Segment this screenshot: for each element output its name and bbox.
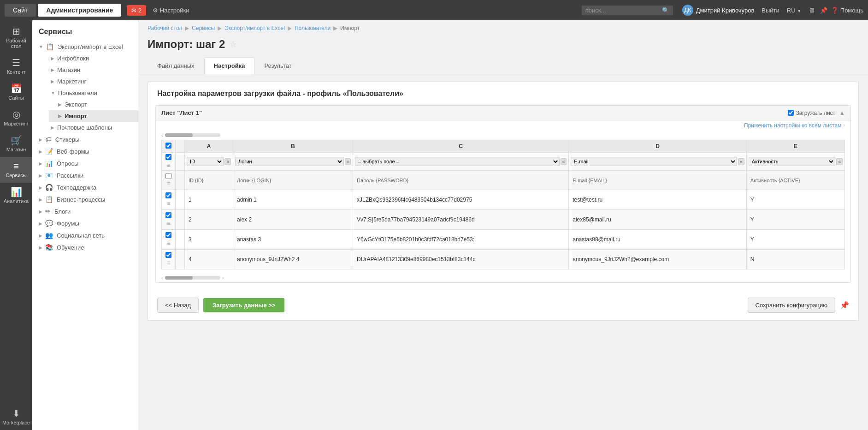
sidebar-item-surveys[interactable]: ▶ 📊 Опросы	[32, 157, 138, 169]
sidebar-item-shop2[interactable]: ▶ Магазин	[41, 64, 138, 76]
sidebar-item-learning[interactable]: ▶ 📚 Обучение	[32, 241, 138, 253]
col-c-select-cell: – выбрать поле – «	[353, 153, 569, 171]
col-d-btn[interactable]: «	[738, 158, 744, 165]
save-config-button[interactable]: Сохранить конфигурацию	[748, 298, 835, 313]
sidebar-item-blogs[interactable]: ▶ ✏ Блоги	[32, 205, 138, 217]
sidebar-item-desktop[interactable]: ⊞ Рабочий стол	[0, 22, 32, 54]
chevron-right-icon16: ▶	[39, 245, 42, 250]
row1-checkbox[interactable]	[165, 192, 171, 198]
content-box: Настройка параметров загрузки файла - пр…	[148, 82, 859, 321]
notifications-badge[interactable]: ✉ 2	[127, 5, 146, 16]
col-b-btn[interactable]: «	[345, 158, 351, 165]
col-c-btn[interactable]: «	[561, 158, 567, 165]
back-button[interactable]: << Назад	[157, 298, 199, 313]
all-cols-checkbox[interactable]	[165, 154, 171, 160]
logout-button[interactable]: Выйти	[762, 7, 779, 14]
chevron-right-icon3: ▶	[51, 79, 54, 84]
row3-drag: ≡	[166, 239, 170, 247]
breadcrumb: Рабочий стол ▶ Сервисы ▶ Экспорт/импорт …	[138, 20, 868, 36]
favorite-icon[interactable]: ☆	[230, 39, 237, 49]
sidebar-item-marketplace[interactable]: ⬇ Marketplace	[0, 404, 32, 430]
pin-icon[interactable]: 📌	[820, 7, 827, 14]
breadcrumb-users[interactable]: Пользователи	[295, 25, 331, 31]
bottom-scroll-thumb	[165, 276, 193, 280]
tab-settings[interactable]: Настройка	[204, 57, 255, 74]
row2-check-cell: ≡	[162, 210, 176, 230]
row4-checkbox[interactable]	[165, 252, 171, 258]
sidebar-item-import[interactable]: ▶ Импорт	[49, 110, 138, 122]
sidebar-item-marketing[interactable]: ◎ Маркетинг	[0, 105, 32, 131]
select-all-checkbox[interactable]	[165, 143, 171, 149]
sidebar-item-support[interactable]: ▶ 🎧 Техподдержка	[32, 181, 138, 193]
screen-icon[interactable]: 🖥	[809, 7, 815, 14]
bottom-scrollbar[interactable]: ‹ ›	[156, 273, 850, 282]
sidebar-label-marketing2: Маркетинг	[57, 78, 86, 85]
horizontal-scrollbar[interactable]: ‹	[156, 131, 850, 140]
chevron-right-icon4: ▶	[58, 102, 62, 107]
breadcrumb-sep1: ▶	[185, 25, 189, 31]
admin-button[interactable]: Администрирование	[38, 4, 121, 17]
settings-link[interactable]: ⚙ Настройки	[148, 5, 194, 16]
sidebar-item-infoblocks[interactable]: ▶ Инфоблоки	[41, 53, 138, 64]
sidebar-item-shop[interactable]: 🛒 Магазин	[0, 131, 32, 157]
breadcrumb-desktop[interactable]: Рабочий стол	[148, 25, 182, 31]
col-b-select[interactable]: Логин	[235, 157, 344, 166]
sidebar-item-mailing[interactable]: ▶ 📧 Рассылки	[32, 169, 138, 181]
search-input[interactable]	[585, 7, 659, 14]
sidebar-label-shop: Магазин	[6, 147, 26, 152]
search-box[interactable]: 🔍	[582, 6, 673, 15]
row2-checkbox[interactable]	[165, 212, 171, 218]
tabs: Файл данных Настройка Результат	[138, 57, 868, 74]
sidebar-item-export[interactable]: ▶ Экспорт	[49, 99, 138, 110]
sidebar-item-analytics[interactable]: 📊 Аналитика	[0, 183, 32, 209]
sidebar-item-sites[interactable]: 📅 Сайты	[0, 79, 32, 105]
sidebar-item-forums[interactable]: ▶ 💬 Форумы	[32, 217, 138, 229]
language-selector[interactable]: RU ▼	[787, 7, 801, 14]
breadcrumb-excel[interactable]: Экспорт/импорт в Excel	[224, 25, 285, 31]
sidebar-label-social: Социальная сеть	[57, 232, 105, 239]
row3-checkbox[interactable]	[165, 232, 171, 238]
sidebar-label-export: Экспорт	[65, 101, 87, 108]
breadcrumb-services[interactable]: Сервисы	[192, 25, 215, 31]
sidebar-item-content[interactable]: ☰ Контент	[0, 54, 32, 79]
sidebar-item-mail-templates[interactable]: ▶ Почтовые шаблоны	[41, 122, 138, 133]
sidebar-item-users[interactable]: ▼ Пользователи	[41, 87, 138, 99]
services-icon: ≡	[13, 161, 19, 171]
bottom-scroll-track[interactable]	[165, 276, 220, 280]
user-menu[interactable]: ДК Дмитрий Кривочуров	[682, 5, 755, 16]
main-layout: ⊞ Рабочий стол ☰ Контент 📅 Сайты ◎ Марке…	[0, 20, 868, 430]
icon-sidebar: ⊞ Рабочий стол ☰ Контент 📅 Сайты ◎ Марке…	[0, 20, 32, 430]
tab-file-data[interactable]: Файл данных	[148, 57, 204, 74]
sidebar-item-services[interactable]: ≡ Сервисы	[0, 157, 32, 183]
footer-pin-icon[interactable]: 📌	[840, 301, 849, 310]
scroll-track[interactable]	[165, 133, 220, 137]
forums-icon: 💬	[45, 220, 53, 227]
field-row-checkbox[interactable]	[165, 173, 171, 179]
sidebar-item-social[interactable]: ▶ 👥 Социальная сеть	[32, 229, 138, 241]
load-sheet-checkbox[interactable]	[788, 110, 794, 116]
apply-all-sheets-link[interactable]: Применить настройки ко всем листам	[744, 122, 841, 129]
sidebar-item-webforms[interactable]: ▶ 📝 Веб-формы	[32, 145, 138, 157]
col-d-select[interactable]: E-mail	[571, 157, 737, 166]
col-a-select[interactable]: ID	[187, 157, 224, 166]
sidebar-item-excel[interactable]: ▼ 📋 Экспорт/импорт в Excel	[32, 41, 138, 53]
col-e-select[interactable]: Активность	[749, 157, 836, 166]
sidebar-item-bprocesses[interactable]: ▶ 📋 Бизнес-процессы	[32, 193, 138, 205]
bottom-scroll-left: ‹	[161, 275, 163, 281]
tab-result[interactable]: Результат	[254, 57, 301, 74]
webforms-icon: 📝	[45, 148, 53, 155]
upload-button[interactable]: Загрузить данные >>	[203, 298, 284, 312]
breadcrumb-sep4: ▶	[333, 25, 337, 31]
sidebar-item-stickers[interactable]: ▶ 🏷 Стикеры	[32, 133, 138, 145]
col-a-btn[interactable]: «	[224, 158, 231, 165]
arrow-down-icon: ▼	[39, 44, 43, 49]
row4-check-cell: ≡	[162, 250, 176, 269]
sidebar-item-marketing2[interactable]: ▶ Маркетинг	[41, 76, 138, 87]
collapse-icon[interactable]: ▲	[839, 109, 845, 116]
col-c-select[interactable]: – выбрать поле –	[355, 157, 560, 166]
col-e-btn[interactable]: «	[836, 158, 843, 165]
help-link[interactable]: ❓ Помощь	[831, 7, 863, 14]
load-sheet-label[interactable]: Загружать лист	[788, 110, 835, 116]
col-a-header: A	[185, 140, 233, 153]
site-button[interactable]: Сайт	[5, 4, 36, 17]
